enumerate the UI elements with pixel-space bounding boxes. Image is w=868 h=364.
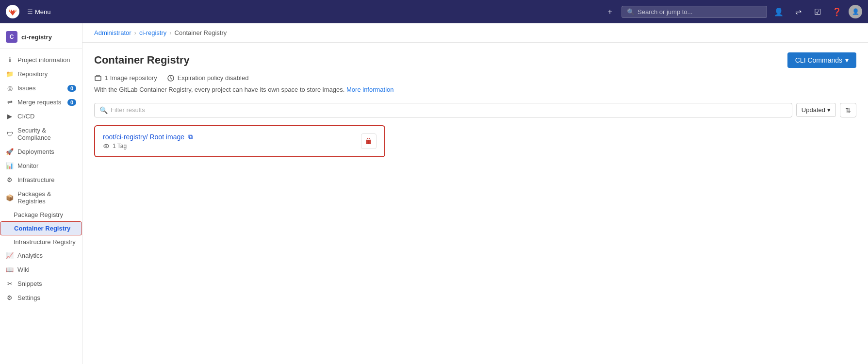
sidebar-item-label: Packages & Registries — [17, 190, 76, 205]
registry-item[interactable]: root/ci-registry/ Root image ⧉ 1 Tag — [94, 125, 385, 158]
more-information-link[interactable]: More information — [346, 86, 394, 93]
sort-label: Updated — [802, 106, 825, 114]
search-bar[interactable]: 🔍 Search or jump to... — [622, 6, 767, 18]
monitor-icon: 📊 — [6, 162, 14, 169]
expiration-text: Expiration policy disabled — [178, 74, 249, 82]
filter-input[interactable] — [111, 106, 787, 114]
sidebar-item-infrastructure[interactable]: ⚙ Infrastructure — [0, 173, 82, 187]
sidebar-item-label: Project information — [17, 56, 70, 64]
mr-icon: ⇌ — [795, 7, 802, 17]
sidebar-item-issues[interactable]: ◎ Issues 0 — [0, 81, 82, 95]
sidebar-item-packages-registries[interactable]: 📦 Packages & Registries — [0, 187, 82, 208]
sidebar-item-label: Merge requests — [17, 99, 61, 106]
sidebar-item-cicd[interactable]: ▶ CI/CD — [0, 109, 82, 123]
settings-icon: ⚙ — [6, 294, 14, 301]
sidebar-item-label: Repository — [17, 70, 48, 78]
sidebar-item-label: Wiki — [17, 266, 30, 273]
sidebar-item-settings[interactable]: ⚙ Settings — [0, 291, 82, 305]
gitlab-logo[interactable] — [6, 5, 19, 18]
breadcrumb-current: Container Registry — [175, 29, 227, 36]
shield-icon: 🛡 — [6, 131, 14, 138]
filter-bar: 🔍 Updated ▾ ⇅ — [94, 103, 856, 117]
sidebar-item-repository[interactable]: 📁 Repository — [0, 67, 82, 81]
tag-count: 1 Tag — [113, 143, 127, 149]
sidebar-item-label: Snippets — [17, 280, 42, 287]
search-placeholder: Search or jump to... — [638, 8, 692, 16]
create-button[interactable]: ＋ — [602, 4, 618, 19]
hamburger-icon: ☰ — [27, 8, 33, 16]
sidebar-sub-item-infrastructure-registry[interactable]: Infrastructure Registry — [0, 235, 82, 248]
description-text: With the GitLab Container Registry, ever… — [94, 86, 344, 93]
sidebar-item-snippets[interactable]: ✂ Snippets — [0, 277, 82, 291]
mr-badge: 0 — [67, 99, 76, 106]
image-repo-text: 1 Image repository — [105, 74, 157, 82]
container-registry-label: Container Registry — [14, 225, 70, 232]
sidebar-item-label: Infrastructure — [17, 176, 55, 183]
help-circle-icon: ❓ — [832, 7, 842, 17]
sidebar-item-label: Deployments — [17, 148, 54, 155]
sidebar-sub-item-container-registry[interactable]: Container Registry — [0, 221, 82, 235]
expiration-icon — [167, 74, 175, 82]
page-title: Container Registry — [94, 54, 190, 66]
menu-button[interactable]: ☰ Menu — [23, 6, 55, 17]
issues-icon: ◎ — [6, 84, 14, 92]
merge-request-icon[interactable]: ⇌ — [790, 4, 806, 19]
svg-point-4 — [105, 146, 107, 147]
breadcrumb-sep-1: › — [134, 29, 136, 36]
copy-icon[interactable]: ⧉ — [188, 133, 193, 141]
search-icon: 🔍 — [627, 8, 635, 16]
cli-commands-label: CLI Commands — [795, 56, 842, 64]
packages-icon: 📦 — [6, 194, 14, 201]
sidebar: C ci-registry ℹ Project information 📁 Re… — [0, 23, 82, 364]
main-content: Administrator › ci-registry › Container … — [82, 23, 868, 364]
wiki-icon: 📖 — [6, 266, 14, 273]
breadcrumb-administrator[interactable]: Administrator — [94, 29, 131, 36]
user-profile-icon[interactable]: 👤 — [771, 4, 786, 19]
sidebar-item-label: Issues — [17, 84, 36, 92]
page-header: Container Registry CLI Commands ▾ — [94, 52, 856, 68]
infrastructure-registry-label: Infrastructure Registry — [14, 238, 76, 246]
sort-chevron-icon: ▾ — [827, 106, 831, 114]
snippets-icon: ✂ — [6, 280, 14, 287]
filter-input-wrap[interactable]: 🔍 — [94, 103, 792, 117]
menu-label: Menu — [35, 8, 51, 16]
sidebar-item-security-compliance[interactable]: 🛡 Security & Compliance — [0, 123, 82, 145]
sidebar-item-label: CI/CD — [17, 113, 34, 120]
tag-icon — [103, 143, 110, 150]
sidebar-item-deployments[interactable]: 🚀 Deployments — [0, 145, 82, 159]
sort-select[interactable]: Updated ▾ — [796, 103, 836, 117]
project-icon: C — [6, 31, 17, 43]
trash-icon: 🗑 — [365, 137, 373, 146]
chevron-down-icon: ▾ — [845, 56, 849, 64]
registry-item-info: root/ci-registry/ Root image ⧉ 1 Tag — [103, 133, 193, 150]
package-registry-label: Package Registry — [14, 211, 63, 218]
page-meta: 1 Image repository Expiration policy dis… — [94, 74, 856, 82]
registry-item-meta: 1 Tag — [103, 143, 193, 150]
sidebar-item-monitor[interactable]: 📊 Monitor — [0, 159, 82, 173]
sidebar-item-analytics[interactable]: 📈 Analytics — [0, 248, 82, 263]
meta-expiration: Expiration policy disabled — [167, 74, 249, 82]
sidebar-item-merge-requests[interactable]: ⇌ Merge requests 0 — [0, 95, 82, 109]
profile-icon: 👤 — [774, 7, 784, 17]
merge-icon: ⇌ — [6, 99, 14, 106]
breadcrumb-ci-registry[interactable]: ci-registry — [139, 29, 166, 36]
help-icon[interactable]: ❓ — [829, 4, 845, 19]
avatar[interactable]: 👤 — [849, 5, 862, 18]
image-repo-icon — [94, 74, 102, 82]
sort-direction-icon: ⇅ — [845, 106, 851, 114]
sidebar-item-label: Security & Compliance — [17, 127, 76, 141]
registry-name-text: root/ci-registry/ Root image — [103, 133, 184, 141]
sidebar-item-label: Settings — [17, 294, 40, 301]
info-icon: ℹ — [6, 56, 14, 64]
delete-registry-item-button[interactable]: 🗑 — [361, 133, 377, 149]
sidebar-sub-item-package-registry[interactable]: Package Registry — [0, 208, 82, 221]
deploy-icon: 🚀 — [6, 148, 14, 155]
sidebar-project[interactable]: C ci-registry — [0, 27, 82, 49]
avatar-icon: 👤 — [852, 8, 859, 15]
cli-commands-button[interactable]: CLI Commands ▾ — [787, 52, 856, 68]
sidebar-item-project-information[interactable]: ℹ Project information — [0, 53, 82, 67]
filter-search-icon: 🔍 — [99, 106, 108, 114]
sort-direction-button[interactable]: ⇅ — [840, 103, 856, 117]
sidebar-item-wiki[interactable]: 📖 Wiki — [0, 263, 82, 277]
todo-icon[interactable]: ☑ — [810, 4, 825, 19]
